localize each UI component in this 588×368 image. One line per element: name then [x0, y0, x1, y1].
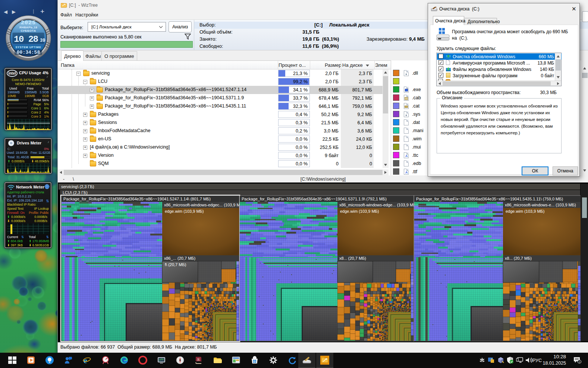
- svg-text:e: e: [84, 356, 87, 365]
- svg-text:LCU\ (2,3 ГБ): LCU\ (2,3 ГБ): [63, 190, 88, 195]
- svg-text:Package_for_RollupFix~31bf3856: Package_for_RollupFix~31bf3856ad364e35~x…: [416, 197, 563, 201]
- svg-text:edge.wim (103,9 МБ): edge.wim (103,9 МБ): [340, 209, 379, 213]
- svg-text:edge.wim (103,9 МБ): edge.wim (103,9 МБ): [506, 209, 544, 213]
- svg-text:СУББОТА: СУББОТА: [21, 29, 36, 32]
- svg-text:Package_for_RollupFix~31bf3856: Package_for_RollupFix~31bf3856ad364e35~x…: [63, 197, 211, 201]
- svg-text:intel: intel: [8, 71, 16, 75]
- svg-text:f\ (20,7 МБ): f\ (20,7 МБ): [165, 262, 186, 267]
- svg-text:10 28: 10 28: [14, 34, 38, 44]
- svg-text:x8... (20,7 МБ): x8... (20,7 МБ): [505, 256, 532, 261]
- svg-text:SYSTEM UPTIME: SYSTEM UPTIME: [15, 46, 41, 49]
- svg-text:x86_... (20,7 МБ): x86_... (20,7 МБ): [164, 256, 195, 261]
- svg-text:x86_microsoft-windows-edge...: x86_microsoft-windows-edge... (103,9 МБ): [339, 203, 417, 207]
- svg-text:1: 1: [579, 361, 580, 363]
- svg-text:x86_microsoft-windows-edgec...: x86_microsoft-windows-edgec... (103,9 МБ…: [164, 203, 244, 207]
- svg-text:ЯНВАРЬ,18: ЯНВАРЬ,18: [19, 26, 37, 29]
- svg-text:Package_for_RollupFix~31bf3856: Package_for_RollupFix~31bf3856ad364e35~x…: [242, 197, 387, 201]
- svg-text:servicing\ (2,3 ГБ): servicing\ (2,3 ГБ): [61, 184, 94, 189]
- svg-text:2025: 2025: [21, 20, 36, 26]
- svg-text:R: R: [197, 358, 200, 362]
- svg-text:x86_microsoft-windows-e... (10: x86_microsoft-windows-e... (103,9 МБ): [505, 203, 576, 207]
- svg-text:x8... (20,7 МБ): x8... (20,7 МБ): [339, 256, 366, 261]
- svg-text:39: 39: [40, 38, 45, 43]
- svg-text:edge.wim (103,9 МБ): edge.wim (103,9 МБ): [165, 209, 204, 213]
- svg-text:00:34:58: 00:34:58: [17, 50, 40, 55]
